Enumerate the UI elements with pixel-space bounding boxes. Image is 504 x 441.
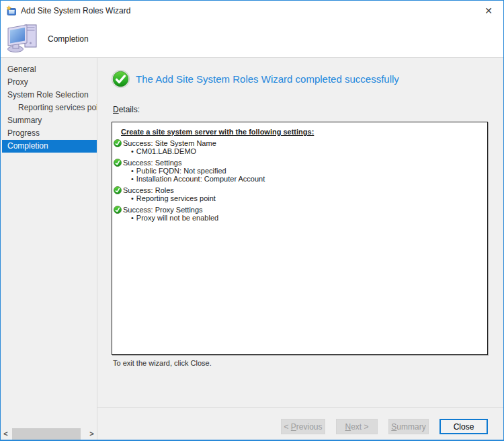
bullet-icon: •	[131, 175, 134, 183]
details-heading: Create a site system server with the fol…	[121, 128, 480, 136]
computer-icon	[7, 24, 39, 53]
horizontal-scrollbar[interactable]: < >	[1, 428, 97, 440]
nav-item-progress[interactable]: Progress	[1, 127, 97, 140]
completion-status: The Add Site System Roles Wizard complet…	[112, 70, 399, 88]
close-icon[interactable]: ✕	[480, 3, 497, 18]
previous-button[interactable]: < Previous	[281, 419, 325, 434]
detail-item: •Proxy will not be enabled	[131, 214, 480, 222]
wizard-window: Add Site System Roles Wizard ✕	[0, 0, 504, 441]
nav-item-proxy[interactable]: Proxy	[1, 76, 97, 89]
exit-hint: To exit the wizard, click Close.	[113, 359, 212, 367]
nav-item-general[interactable]: General	[1, 63, 97, 76]
group-title-text: Success: Roles	[123, 186, 174, 194]
bullet-icon: •	[131, 214, 134, 222]
detail-item: •Public FQDN: Not specified	[131, 167, 480, 175]
bullet-icon: •	[131, 195, 134, 202]
nav-item-system-role-selection[interactable]: System Role Selection	[1, 89, 97, 102]
bullet-icon: •	[131, 167, 134, 175]
detail-item: •CM01.LAB.DEMO	[131, 148, 480, 155]
nav-item-summary[interactable]: Summary	[1, 114, 97, 127]
details-group-proxy-settings: Success: Proxy Settings •Proxy will not …	[114, 205, 480, 222]
success-check-icon	[114, 139, 122, 147]
next-button[interactable]: Next >	[336, 419, 378, 434]
wizard-header: Completion	[1, 21, 503, 57]
status-title: The Add Site System Roles Wizard complet…	[136, 73, 399, 85]
scroll-right-icon[interactable]: >	[87, 428, 97, 440]
page-title: Completion	[48, 34, 89, 44]
success-check-icon	[114, 186, 122, 194]
wizard-nav-sidebar: General Proxy System Role Selection Repo…	[1, 58, 97, 427]
details-group-site-system-name: Success: Site System Name •CM01.LAB.DEMO	[114, 138, 480, 155]
close-button[interactable]: Close	[439, 419, 488, 434]
title-bar: Add Site System Roles Wizard ✕	[1, 1, 503, 21]
wizard-app-icon	[6, 5, 17, 16]
detail-item: •Installation Account: Computer Account	[131, 175, 480, 183]
success-check-icon	[112, 70, 130, 88]
detail-item: •Reporting services point	[131, 195, 480, 202]
group-title-text: Success: Proxy Settings	[123, 206, 203, 214]
window-title: Add Site System Roles Wizard	[21, 6, 130, 15]
summary-button[interactable]: Summary	[388, 419, 429, 434]
group-title-text: Success: Settings	[123, 159, 181, 167]
bullet-icon: •	[131, 148, 134, 155]
details-group-settings: Success: Settings •Public FQDN: Not spec…	[114, 158, 480, 183]
group-title-text: Success: Site System Name	[123, 139, 216, 147]
sidebar-divider	[97, 58, 97, 440]
details-label: Details:	[113, 105, 140, 114]
button-bar: < Previous Next > Summary Close	[281, 419, 488, 434]
scrollbar-thumb[interactable]	[12, 428, 81, 440]
nav-item-reporting-services-point[interactable]: Reporting services point	[1, 102, 97, 114]
nav-item-completion[interactable]: Completion	[2, 140, 97, 153]
scroll-left-icon[interactable]: <	[1, 428, 11, 440]
details-group-roles: Success: Roles •Reporting services point	[114, 186, 480, 202]
footer-separator	[97, 407, 503, 408]
success-check-icon	[114, 159, 122, 167]
success-check-icon	[114, 206, 122, 214]
details-panel: Create a site system server with the fol…	[112, 122, 488, 355]
